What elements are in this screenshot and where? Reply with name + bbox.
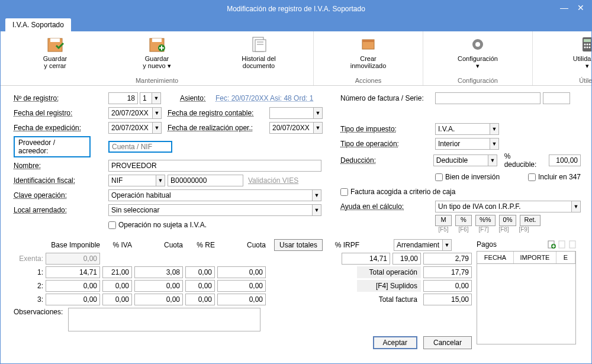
r3-cuota[interactable] (134, 294, 183, 305)
chevron-down-icon[interactable]: ▼ (313, 122, 323, 134)
total-op-val[interactable] (423, 266, 472, 278)
irpf-cuota[interactable] (423, 253, 472, 265)
aceptar-button[interactable]: Aceptar (373, 336, 417, 349)
deduccion-select[interactable] (433, 154, 488, 166)
chevron-down-icon[interactable]: ▼ (490, 123, 499, 135)
r3-base[interactable] (46, 294, 100, 305)
bien-inversion-checkbox[interactable]: Bien de inversión (435, 173, 500, 181)
pct-ded-input[interactable] (549, 154, 581, 166)
arrend-select[interactable] (394, 239, 442, 251)
nombre-label: Nombre: (14, 162, 108, 170)
r3-cuota2[interactable] (217, 294, 266, 305)
tab-iva-soportado[interactable]: I.V.A. Soportado (5, 18, 71, 31)
ident-tipo-select[interactable] (108, 175, 156, 186)
chevron-down-icon[interactable]: ▼ (490, 138, 499, 150)
dup-pago-icon[interactable] (557, 239, 568, 250)
chevron-down-icon[interactable]: ▼ (312, 204, 321, 216)
guardar-cerrar-button[interactable]: Guardar y cerrar (5, 34, 105, 70)
del-pago-icon[interactable] (568, 239, 578, 250)
ident-val-input[interactable] (168, 175, 243, 186)
suplidos-val[interactable] (423, 280, 472, 292)
r2-cuota2[interactable] (217, 280, 266, 292)
chevron-down-icon[interactable]: ▼ (152, 107, 162, 119)
fecha-real-oper-label: Fecha de realización oper.: (168, 124, 269, 132)
chevron-down-icon[interactable]: ▼ (313, 107, 323, 119)
irpf-pct[interactable] (392, 253, 421, 265)
op-no-sujeta-checkbox[interactable]: Operación no sujeta a I.V.A. (108, 221, 207, 229)
local-arr-select[interactable] (108, 204, 312, 216)
ident-fiscal-label: Identificación fiscal: (14, 176, 108, 185)
svg-point-12 (475, 42, 480, 47)
factura-caja-checkbox[interactable]: Factura acogida a criterio de caja (340, 188, 455, 196)
btn-zero[interactable]: 0% (499, 215, 517, 226)
tipo-imp-select[interactable] (435, 123, 490, 135)
r2-pctiva[interactable] (102, 280, 132, 292)
chevron-down-icon[interactable]: ▼ (442, 239, 452, 251)
fecha-real-oper-input[interactable] (269, 122, 313, 134)
configuracion-button[interactable]: Configuración ▾ (428, 34, 527, 70)
r2-cuota[interactable] (134, 280, 183, 292)
r1-pctiva[interactable] (102, 266, 132, 278)
pagos-hdr-fecha: FECHA (477, 252, 514, 263)
exenta-input (46, 253, 100, 265)
hdr-pctiva: % IVA (102, 241, 132, 249)
r1-pctre[interactable] (185, 266, 215, 278)
r3-pctre[interactable] (185, 294, 215, 305)
historial-button[interactable]: Historial del documento (209, 34, 308, 70)
cancelar-button[interactable]: Cancelar (423, 336, 472, 349)
r3-pctiva[interactable] (102, 294, 132, 305)
chevron-down-icon[interactable]: ▼ (152, 92, 161, 104)
chevron-down-icon[interactable]: ▼ (488, 154, 497, 166)
fecha-reg-contable-input[interactable] (269, 107, 313, 119)
r1-cuota2[interactable] (217, 266, 266, 278)
r2-pctre[interactable] (185, 280, 215, 292)
proveedor-input[interactable] (108, 141, 172, 153)
proveedor-label: Proveedor / acreedor: (14, 136, 91, 157)
fecha-registro-input[interactable] (108, 107, 152, 119)
r2-base[interactable] (46, 280, 100, 292)
svg-rect-6 (255, 40, 266, 51)
btn-pct[interactable]: % (455, 215, 472, 226)
r1-base[interactable] (46, 266, 100, 278)
tipo-op-select[interactable] (435, 138, 490, 150)
svg-rect-24 (570, 241, 575, 248)
add-pago-icon[interactable] (546, 239, 557, 250)
svg-rect-1 (50, 38, 60, 42)
total-fact-val[interactable] (423, 294, 472, 305)
hdr-base: Base Imponible (46, 241, 100, 249)
nombre-input[interactable] (108, 160, 321, 172)
minimize-button[interactable]: — (556, 1, 572, 15)
guardar-nuevo-button[interactable]: Guardar y nuevo ▾ (107, 34, 207, 70)
chevron-down-icon[interactable]: ▼ (571, 201, 581, 212)
clave-op-select[interactable] (108, 189, 312, 201)
obs-textarea[interactable] (68, 308, 260, 331)
serie-input[interactable] (543, 92, 570, 104)
irpf-base[interactable] (342, 253, 390, 265)
asiento-link[interactable]: Fec: 20/07/20XX Asi: 48 Ord: 1 (215, 94, 313, 102)
crear-inmovilizado-button[interactable]: Crear inmovilizado (318, 34, 418, 70)
incluir-347-checkbox[interactable]: Incluir en 347 (528, 173, 581, 181)
nregistro-sub-input[interactable] (140, 92, 152, 104)
svg-rect-10 (362, 40, 374, 42)
ayuda-select[interactable] (435, 201, 571, 212)
btn-m[interactable]: M (435, 215, 452, 226)
close-button[interactable]: ✕ (572, 1, 589, 15)
nregistro-input[interactable] (108, 92, 138, 104)
btn-pctpct[interactable]: %% (475, 215, 496, 226)
chevron-down-icon[interactable]: ▼ (152, 122, 162, 134)
nfactura-input[interactable] (435, 92, 540, 104)
svg-rect-3 (152, 38, 162, 42)
chevron-down-icon[interactable]: ▼ (156, 175, 165, 186)
svg-point-16 (587, 44, 588, 46)
validacion-vies-link[interactable]: Validación VIES (248, 176, 298, 185)
deduccion-label: Deducción: (340, 156, 433, 165)
chevron-down-icon[interactable]: ▼ (312, 189, 321, 201)
svg-point-20 (589, 47, 591, 49)
utilidades-button[interactable]: Utilidades ▾ (538, 34, 592, 70)
usar-totales-button[interactable]: Usar totales (274, 239, 323, 251)
fecha-expedicion-input[interactable] (108, 122, 152, 134)
pagos-grid[interactable]: FECHA IMPORTE E (477, 251, 576, 344)
r1-cuota[interactable] (134, 266, 183, 278)
clave-op-label: Clave operación: (14, 191, 108, 199)
btn-ret[interactable]: Ret. (520, 215, 540, 226)
